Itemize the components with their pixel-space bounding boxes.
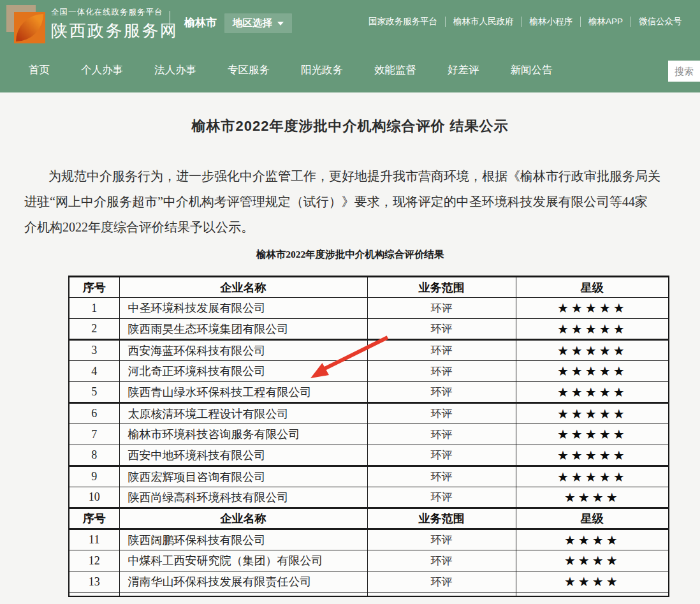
link-separator [445, 17, 446, 27]
page-title: 榆林市2022年度涉批中介机构综合评价 结果公示 [0, 117, 700, 136]
company-name: 中煤科工西安研究院（集团）有限公司 [119, 550, 367, 571]
row-no: 11 [69, 529, 119, 550]
star-rating: ★★★★ [516, 550, 669, 571]
nav-item-home[interactable]: 首页 [29, 63, 50, 77]
table-header-row-repeat: 序号 企业名称 业务范围 星级 [69, 508, 669, 529]
col-header-stars: 星级 [516, 508, 669, 529]
nav-item-news[interactable]: 新闻公告 [511, 63, 553, 77]
table-row: 2 陕西雨昊生态环境集团有限公司 环评 ★★★★★ [69, 319, 669, 340]
star-rating: ★★★★★ [516, 445, 669, 466]
col-header-scope: 业务范围 [367, 508, 516, 529]
search-input[interactable] [668, 61, 700, 82]
main-navigation: 首页 个人办事 法人办事 专区服务 阳光政务 效能监督 好差评 新闻公告 [0, 48, 700, 92]
link-separator [631, 17, 631, 27]
site-name: 陕西政务服务网 [51, 20, 179, 42]
company-name: 陕西宏辉项目咨询有限公司 [119, 466, 367, 487]
business-scope: 环评 [367, 403, 516, 424]
row-no: 3 [69, 340, 119, 361]
company-name: 陕西尚绿高科环境科技有限公司 [119, 487, 367, 508]
table-row: 3 西安海蓝环保科技有限公司 环评 ★★★★★ [69, 340, 669, 361]
announcement-paragraph: 为规范中介服务行为，进一步强化中介监管工作，更好地提升我市营商环境，根据《榆林市… [24, 163, 700, 240]
company-name: 河北奇正环境科技有限公司 [119, 361, 367, 382]
table-row: 11 陕西阔鹏环保科技有限公司 环评 ★★★★ [69, 529, 669, 550]
current-city-label: 榆林市 [184, 15, 217, 30]
company-name: 西安中地环境科技有限公司 [119, 445, 367, 466]
business-scope: 环评 [367, 466, 516, 487]
evaluation-results-table: 序号 企业名称 业务范围 星级 1 中圣环境科技发展有限公司 环评 ★★★★★ … [68, 276, 669, 597]
row-no: 13 [69, 571, 119, 593]
link-separator [521, 17, 522, 27]
link-national-platform[interactable]: 国家政务服务平台 [368, 16, 437, 27]
row-no: 4 [69, 361, 119, 382]
table-row-partial [69, 593, 669, 596]
business-scope: 环评 [367, 340, 516, 361]
table-row: 6 太原核清环境工程设计有限公司 环评 ★★★★★ [69, 403, 669, 424]
link-wechat-account[interactable]: 微信公众号 [639, 16, 682, 27]
table-row: 1 中圣环境科技发展有限公司 环评 ★★★★★ [69, 298, 669, 319]
row-no: 1 [69, 298, 119, 319]
star-rating: ★★★★★ [516, 340, 669, 361]
company-name: 太原核清环境工程设计有限公司 [119, 403, 367, 424]
company-name: 陕西雨昊生态环境集团有限公司 [119, 319, 367, 340]
region-selector-button[interactable]: 地区选择 [224, 13, 292, 33]
business-scope: 环评 [367, 298, 516, 319]
business-scope: 环评 [367, 487, 516, 508]
government-portal-page: { "colors": { "header_green": "#67997a",… [0, 0, 700, 604]
star-rating: ★★★★★ [516, 403, 669, 424]
company-name: 榆林市环境科技咨询服务有限公司 [119, 424, 367, 445]
col-header-stars: 星级 [516, 277, 669, 298]
brand-divider [170, 11, 170, 36]
nav-menu: 首页 个人办事 法人办事 专区服务 阳光政务 效能监督 好差评 新闻公告 [29, 48, 553, 92]
business-scope: 环评 [367, 571, 516, 593]
col-header-no: 序号 [69, 277, 119, 298]
star-rating: ★★★★ [516, 487, 669, 508]
table-row: 8 西安中地环境科技有限公司 环评 ★★★★★ [69, 445, 669, 466]
nav-item-open-government[interactable]: 阳光政务 [301, 63, 343, 77]
table-row: 5 陕西青山绿水环保科技工程有限公司 环评 ★★★★★ [69, 382, 669, 403]
business-scope: 环评 [367, 319, 516, 340]
nav-item-performance-supervision[interactable]: 效能监督 [374, 63, 416, 77]
nav-item-rating[interactable]: 好差评 [448, 63, 479, 77]
star-rating: ★★★★★ [516, 298, 669, 319]
star-rating: ★★★★ [516, 529, 669, 550]
link-city-app[interactable]: 榆林APP [588, 16, 623, 27]
row-no: 8 [69, 445, 119, 466]
col-header-scope: 业务范围 [367, 277, 516, 298]
star-rating: ★★★★★ [516, 382, 669, 403]
chevron-down-icon [277, 22, 284, 26]
star-rating: ★★★★★ [516, 361, 669, 382]
table-row: 4 河北奇正环境科技有限公司 环评 ★★★★★ [69, 361, 669, 382]
company-name: 西安海蓝环保科技有限公司 [119, 340, 367, 361]
table-row: 7 榆林市环境科技咨询服务有限公司 环评 ★★★★★ [69, 424, 669, 445]
company-name: 陕西青山绿水环保科技工程有限公司 [119, 382, 367, 403]
row-no: 2 [69, 319, 119, 340]
row-no: 5 [69, 382, 119, 403]
business-scope: 环评 [367, 445, 516, 466]
nav-item-corporate-services[interactable]: 法人办事 [154, 63, 196, 77]
link-separator [580, 17, 581, 27]
row-no: 9 [69, 466, 119, 487]
table-row: 13 渭南华山环保科技发展有限责任公司 环评 ★★★★ [69, 571, 669, 593]
paragraph-line: 介机构2022年度综合评价结果予以公示。 [24, 214, 700, 240]
company-name: 陕西阔鹏环保科技有限公司 [119, 529, 367, 550]
row-no: 10 [69, 487, 119, 508]
row-no: 12 [69, 550, 119, 571]
logo-orange-square [14, 12, 45, 43]
company-name: 中圣环境科技发展有限公司 [119, 298, 367, 319]
table-caption: 榆林市2022年度涉批中介机构综合评价结果 [0, 248, 700, 261]
table-header-row: 序号 企业名称 业务范围 星级 [69, 277, 669, 298]
link-mini-program[interactable]: 榆林小程序 [530, 16, 573, 27]
table-row: 12 中煤科工西安研究院（集团）有限公司 环评 ★★★★ [69, 550, 669, 571]
site-logo-icon[interactable] [6, 4, 46, 43]
star-rating: ★★★★★ [516, 319, 669, 340]
nav-item-zone-services[interactable]: 专区服务 [228, 63, 270, 77]
business-scope: 环评 [367, 529, 516, 550]
nav-item-personal-services[interactable]: 个人办事 [81, 63, 123, 77]
star-rating: ★★★★★ [516, 466, 669, 487]
row-no: 6 [69, 403, 119, 424]
business-scope: 环评 [367, 424, 516, 445]
link-city-government[interactable]: 榆林市人民政府 [453, 16, 514, 27]
table-row: 10 陕西尚绿高科环境科技有限公司 环评 ★★★★ [69, 487, 669, 508]
star-rating: ★★★★★ [516, 424, 669, 445]
col-header-no: 序号 [69, 508, 119, 529]
